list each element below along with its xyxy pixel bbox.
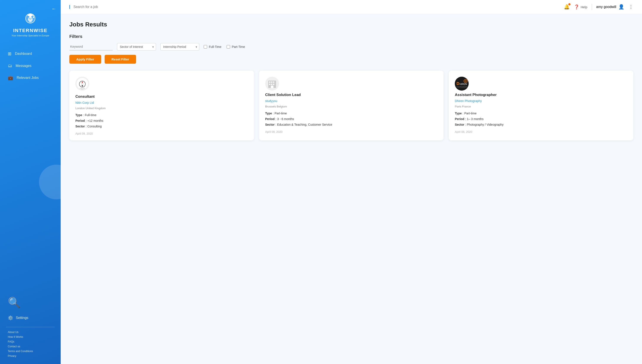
- job-date-3: April 08, 2020: [455, 130, 627, 134]
- sidebar-item-dashboard[interactable]: ⊞ Dashboard: [0, 48, 61, 60]
- job-title-1: Consultant: [76, 94, 248, 99]
- job-sector-3: Sector : Photography / Videography: [455, 123, 627, 126]
- period-select[interactable]: Internship Period: [160, 43, 199, 50]
- sidebar-item-messages[interactable]: 🗂 Messages: [0, 60, 61, 72]
- svg-point-8: [30, 19, 31, 20]
- notification-badge: [568, 3, 570, 6]
- job-period-2: Period : 3 - 6 months: [265, 117, 438, 121]
- job-location-1: London United Kingdom: [76, 106, 248, 110]
- job-sector-value-2: Education & Teaching, Customer Service: [277, 123, 332, 126]
- job-period-value-2: 3 - 6 months: [277, 117, 294, 121]
- sidebar-divider: [6, 327, 54, 327]
- svg-rect-26: [273, 84, 274, 85]
- logo-area: INTERNWISE Your Internship Specialist in…: [12, 9, 49, 41]
- header-right: 🔔 ❓ Help amy goodwill 👤 ⋮: [564, 4, 633, 10]
- main-area: 🔔 ❓ Help amy goodwill 👤 ⋮ Jobs Results F…: [61, 0, 642, 364]
- help-button[interactable]: ❓ Help: [574, 4, 588, 10]
- settings-item[interactable]: ⚙️ Settings: [8, 315, 53, 320]
- svg-rect-2: [29, 20, 32, 22]
- checkbox-group: Full-Time Part-Time: [204, 45, 245, 48]
- job-sector-value-3: Photography / Videography: [467, 123, 504, 126]
- search-bar: [69, 5, 560, 9]
- svg-rect-21: [269, 82, 270, 83]
- dashboard-icon: ⊞: [8, 51, 12, 56]
- page-title: Jobs Results: [69, 21, 633, 28]
- company-logo-3: D HIREN PHOTOGRAPHY: [455, 77, 469, 90]
- full-time-label: Full-Time: [209, 45, 222, 48]
- job-type-value-1: Full-time: [85, 113, 96, 117]
- job-type-label-3: Type: [455, 112, 462, 115]
- company-logo-svg-1: COMPANY NAME: [76, 78, 88, 90]
- settings-label: Settings: [16, 316, 28, 320]
- sidebar-item-relevant-jobs[interactable]: 💼 Relevant Jobs: [0, 72, 61, 84]
- sector-select-wrap: Sector of Interest ▾: [117, 43, 156, 50]
- job-date-1: April 09, 2020: [76, 132, 248, 135]
- company-name-2[interactable]: studyyou: [265, 99, 438, 103]
- job-type-3: Type : Part-time: [455, 112, 627, 115]
- logo-title: INTERNWISE: [13, 28, 48, 33]
- gear-icon: ⚙️: [8, 315, 13, 320]
- footer-link-privacy[interactable]: Privacy: [8, 354, 53, 358]
- user-area[interactable]: amy goodwill 👤: [596, 4, 624, 10]
- back-button[interactable]: ←: [52, 6, 56, 12]
- company-logo-1: COMPANY NAME: [76, 77, 89, 90]
- footer-link-about[interactable]: About Us: [8, 331, 53, 334]
- svg-rect-24: [269, 84, 270, 85]
- job-date-2: April 09, 2020: [265, 130, 438, 134]
- svg-rect-27: [271, 86, 274, 88]
- svg-text:HIREN: HIREN: [460, 83, 467, 85]
- job-type-2: Type : Part-time: [265, 112, 438, 115]
- svg-rect-3: [29, 22, 32, 22]
- job-period-value-3: 1– 3 months: [467, 117, 484, 121]
- logo-icon: [22, 9, 39, 26]
- svg-point-33: [465, 80, 466, 82]
- footer-link-contact[interactable]: Contact us: [8, 345, 53, 348]
- jobs-grid: COMPANY NAME Consultant Nitin Corp Ltd L…: [69, 71, 633, 140]
- company-logo-2: [265, 77, 279, 90]
- job-sector-value-1: Consulting: [87, 124, 102, 128]
- svg-rect-23: [273, 82, 274, 83]
- apply-filter-button[interactable]: Apply Filter: [69, 55, 101, 64]
- full-time-checkbox-label[interactable]: Full-Time: [204, 45, 222, 48]
- keyword-input[interactable]: [69, 43, 113, 50]
- search-input[interactable]: [74, 5, 560, 9]
- filters-row: Sector of Interest ▾ Internship Period ▾…: [69, 43, 633, 50]
- part-time-checkbox[interactable]: [227, 45, 230, 48]
- part-time-label: Part-Time: [232, 45, 245, 48]
- sidebar-item-dashboard-label: Dashboard: [15, 52, 32, 56]
- full-time-checkbox[interactable]: [204, 45, 207, 48]
- svg-text:D: D: [456, 82, 459, 86]
- job-card-3[interactable]: D HIREN PHOTOGRAPHY Assistant Photograph…: [449, 71, 633, 140]
- job-type-1: Type : Full-time: [76, 113, 248, 117]
- job-sector-label-2: Sector: [265, 123, 275, 126]
- company-name-1[interactable]: Nitin Corp Ltd: [76, 101, 248, 104]
- job-period-value-1: +12 months: [87, 119, 103, 122]
- sidebar-item-relevant-jobs-label: Relevant Jobs: [17, 76, 38, 80]
- job-sector-label-3: Sector: [455, 123, 464, 126]
- footer-link-how[interactable]: How It Works: [8, 336, 53, 338]
- part-time-checkbox-label[interactable]: Part-Time: [227, 45, 245, 48]
- company-name-3[interactable]: Dhiren Photography: [455, 99, 627, 103]
- briefcase-icon: 💼: [8, 75, 13, 80]
- period-select-wrap: Internship Period ▾: [160, 43, 199, 50]
- job-period-3: Period : 1– 3 months: [455, 117, 627, 121]
- footer-link-faqs[interactable]: FAQs: [8, 340, 53, 343]
- job-location-2: Brussels Belgium: [265, 105, 438, 108]
- footer-link-terms[interactable]: Terms and Conditions: [8, 350, 53, 353]
- more-options-button[interactable]: ⋮: [628, 4, 633, 10]
- filters-actions: Apply Filter Reset Filter: [69, 55, 633, 64]
- notification-icon[interactable]: 🔔: [564, 4, 570, 10]
- reset-filter-button[interactable]: Reset Filter: [105, 55, 136, 64]
- svg-point-13: [33, 17, 34, 18]
- svg-text:NAME: NAME: [81, 89, 84, 90]
- help-label: Help: [581, 5, 588, 9]
- job-type-value-2: Part-time: [274, 112, 287, 115]
- job-location-3: Paris France: [455, 105, 627, 108]
- job-type-label-1: Type: [76, 113, 82, 117]
- sector-select[interactable]: Sector of Interest: [117, 43, 156, 50]
- header-divider: [592, 4, 592, 10]
- job-card-1[interactable]: COMPANY NAME Consultant Nitin Corp Ltd L…: [69, 71, 254, 140]
- job-card-2[interactable]: Client Solution Lead studyyou Brussels B…: [259, 71, 444, 140]
- job-sector-label-1: Sector: [76, 124, 85, 128]
- help-icon: ❓: [574, 4, 580, 10]
